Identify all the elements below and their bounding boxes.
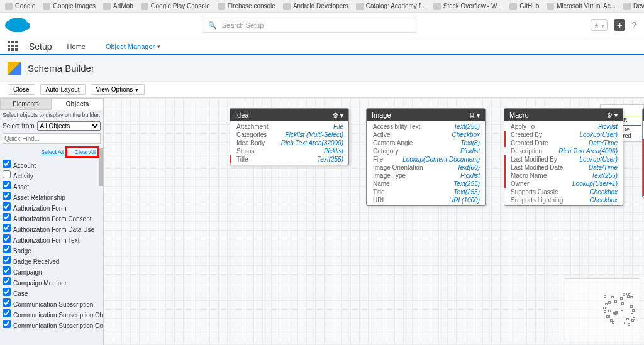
object-checkbox[interactable] (3, 320, 11, 328)
object-checkbox[interactable] (3, 288, 11, 296)
object-checkbox[interactable] (3, 170, 11, 178)
object-item[interactable]: Badge Received (0, 255, 103, 266)
field-row[interactable]: CategoriesPicklist (Multi-Select) (230, 131, 348, 139)
object-item[interactable]: Asset (0, 180, 103, 191)
field-row[interactable]: URLURL(1000) (367, 196, 485, 204)
canvas[interactable]: Legend Lookup R Master-De Required Idea⚙… (104, 98, 644, 345)
bookmark-item[interactable]: Catalog: Academy f... (356, 3, 426, 10)
overview-blip (608, 301, 611, 304)
field-row[interactable]: Idea BodyRich Text Area(32000) (230, 139, 348, 147)
object-item[interactable]: Authorization Form Consent (0, 212, 103, 223)
object-item[interactable]: Asset Relationship (0, 191, 103, 202)
bookmark-item[interactable]: Stack Overflow - W... (433, 3, 502, 10)
bookmark-item[interactable]: AdMob (103, 3, 133, 10)
object-card[interactable]: Macro⚙ ▾Apply ToPicklistCreated ByLookup… (504, 108, 623, 206)
object-item[interactable]: Badge (0, 244, 103, 255)
gear-icon[interactable]: ⚙ ▾ (333, 112, 343, 119)
setup-search[interactable]: 🔍 Search Setup (203, 18, 416, 33)
gear-icon[interactable]: ⚙ ▾ (607, 112, 618, 119)
select-from-dropdown[interactable]: All Objects (37, 121, 101, 131)
object-checkbox[interactable] (3, 181, 11, 189)
field-row[interactable]: Last Modified ByLookup(User) (504, 155, 623, 163)
object-checkbox[interactable] (3, 256, 11, 264)
favorites-button[interactable]: ★ ▾ (591, 19, 608, 31)
bookmark-item[interactable]: Firebase console (218, 3, 275, 10)
bookmark-item[interactable]: GitHub (509, 3, 539, 10)
view-options-button[interactable]: View Options (91, 84, 145, 95)
overview-map[interactable] (565, 278, 640, 341)
bookmark-item[interactable]: Google (5, 3, 35, 10)
object-card[interactable]: Image⚙ ▾Accessibility TextText(255)Activ… (366, 108, 486, 206)
object-checkbox[interactable] (3, 266, 11, 275)
object-item[interactable]: Communication Subscription Channel T (0, 309, 103, 319)
field-row[interactable]: NameText(255) (367, 180, 485, 188)
field-row[interactable]: ActiveCheckbox (367, 131, 485, 139)
bookmark-item[interactable]: Google Images (43, 3, 96, 10)
object-item[interactable]: Authorization Form (0, 202, 103, 212)
object-item[interactable]: Campaign (0, 266, 103, 277)
close-button[interactable]: Close (8, 84, 35, 95)
object-card[interactable]: Idea⚙ ▾AttachmentFileCategoriesPicklist … (230, 108, 349, 165)
auto-layout-button[interactable]: Auto-Layout (40, 84, 86, 95)
object-item[interactable]: Authorization Form Data Use (0, 223, 103, 234)
bookmark-item[interactable]: Developer (623, 3, 644, 10)
object-item[interactable]: Communication Subscription (0, 298, 103, 309)
field-row[interactable]: StatusPicklist (230, 147, 348, 155)
object-item[interactable]: Activity (0, 170, 103, 180)
bookmark-item[interactable]: Android Developers (283, 3, 348, 10)
field-row[interactable]: Created ByLookup(User) (504, 131, 623, 139)
salesforce-logo[interactable] (8, 18, 28, 32)
field-row[interactable]: Accessibility TextText(255) (367, 123, 485, 131)
field-row[interactable]: DescriptionRich Text Area(4096) (504, 147, 623, 155)
field-row[interactable]: Supports LightningCheckbox (504, 196, 623, 204)
object-checkbox[interactable] (3, 213, 11, 221)
field-row[interactable]: CategoryPicklist (367, 147, 485, 155)
object-checkbox[interactable] (3, 160, 11, 168)
object-checkbox[interactable] (3, 298, 11, 307)
tab-home[interactable]: Home (62, 38, 91, 55)
gear-icon[interactable]: ⚙ ▾ (469, 112, 480, 119)
tab-objects[interactable]: Objects (52, 98, 103, 110)
object-item[interactable]: Account (0, 159, 103, 170)
field-row[interactable]: TitleText(255) (367, 188, 485, 196)
select-all-link[interactable]: Select All (41, 149, 64, 155)
clear-all-link[interactable]: Clear All (74, 149, 96, 155)
bookmark-item[interactable]: Microsoft Virtual Ac... (547, 3, 616, 10)
card-header[interactable]: Macro⚙ ▾ (504, 109, 623, 121)
field-row[interactable]: Macro NameText(255) (504, 172, 623, 180)
card-header[interactable]: Image⚙ ▾ (367, 109, 485, 121)
field-row[interactable]: FileLookup(Content Document) (367, 155, 485, 163)
object-checkbox[interactable] (3, 202, 11, 211)
card-header[interactable]: Idea⚙ ▾ (230, 109, 348, 121)
field-row[interactable]: Apply ToPicklist (504, 123, 623, 131)
bookmark-item[interactable]: Google Play Console (141, 3, 210, 10)
field-row[interactable]: Image OrientationText(80) (367, 163, 485, 172)
field-row[interactable]: Last Modified DateDate/Time (504, 163, 623, 172)
object-checkbox[interactable] (3, 224, 11, 232)
quick-find-input[interactable] (3, 133, 101, 144)
field-type: Checkbox (452, 131, 480, 138)
help-icon[interactable]: ? (631, 20, 636, 30)
object-checkbox[interactable] (3, 309, 11, 317)
field-row[interactable]: AttachmentFile (230, 123, 348, 131)
object-item[interactable]: Authorization Form Text (0, 234, 103, 244)
object-item[interactable]: Communication Subscription Consent (0, 319, 103, 330)
app-launcher-icon[interactable] (8, 41, 19, 52)
object-checkbox[interactable] (3, 192, 11, 200)
object-checkbox[interactable] (3, 277, 11, 285)
scrollbar-thumb[interactable] (99, 148, 103, 186)
field-row[interactable]: Created DateDate/Time (504, 139, 623, 147)
field-row[interactable]: TitleText(255) (230, 155, 348, 163)
tab-object-manager[interactable]: Object Manager▾ (101, 38, 165, 54)
object-checkbox[interactable] (3, 245, 11, 253)
tab-elements[interactable]: Elements (0, 98, 52, 110)
create-button[interactable]: ✚ (614, 19, 625, 31)
object-checkbox[interactable] (3, 234, 11, 243)
field-type: Lookup(User) (579, 156, 618, 163)
field-row[interactable]: Image TypePicklist (367, 172, 485, 180)
object-item[interactable]: Campaign Member (0, 277, 103, 287)
field-row[interactable]: OwnerLookup(User+1) (504, 180, 623, 188)
field-row[interactable]: Camera AngleText(8) (367, 139, 485, 147)
object-item[interactable]: Case (0, 287, 103, 298)
field-row[interactable]: Supports ClassicCheckbox (504, 188, 623, 196)
